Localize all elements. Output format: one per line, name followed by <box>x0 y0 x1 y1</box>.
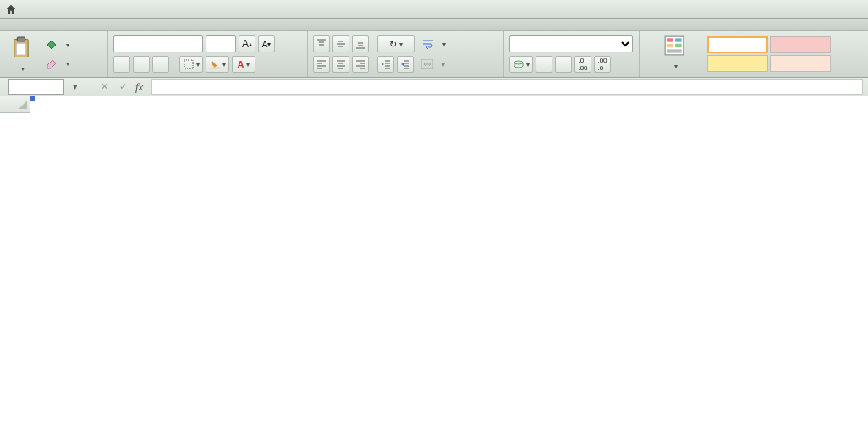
style-calculation[interactable] <box>770 55 831 72</box>
font-name-select[interactable] <box>113 36 203 52</box>
group-label-font <box>108 19 308 30</box>
svg-rect-39 <box>667 44 673 47</box>
align-right-button[interactable] <box>352 56 369 73</box>
style-normal[interactable] <box>707 36 768 53</box>
decrease-decimal-button[interactable]: .00.0 <box>594 56 611 73</box>
svg-rect-37 <box>667 38 673 41</box>
svg-point-35 <box>514 61 523 64</box>
clipboard-icon <box>9 36 33 60</box>
ribbon-group-alignment: ↻ <box>308 31 504 77</box>
group-label-alignment <box>308 19 504 30</box>
fill-button[interactable] <box>41 36 74 53</box>
svg-rect-1 <box>17 37 25 41</box>
align-bottom-button[interactable] <box>352 36 369 52</box>
cell-styles-gallery <box>707 36 831 72</box>
ribbon-group-format <box>640 31 868 77</box>
eraser-icon <box>45 57 58 70</box>
font-size-select[interactable] <box>206 36 236 52</box>
border-button[interactable] <box>179 56 203 73</box>
merge-icon <box>420 57 434 71</box>
style-bad[interactable] <box>770 36 831 53</box>
wrap-icon <box>421 37 435 51</box>
formula-bar: ▾ ✕ ✓ fx <box>0 78 868 96</box>
fx-icon[interactable]: fx <box>134 80 145 94</box>
decrease-font-button[interactable]: A▾ <box>258 36 275 52</box>
svg-rect-2 <box>16 43 26 55</box>
increase-indent-button[interactable] <box>397 56 414 73</box>
name-box[interactable] <box>8 79 64 95</box>
select-all-corner[interactable] <box>0 96 30 113</box>
svg-rect-38 <box>675 38 682 41</box>
fill-icon <box>45 38 58 52</box>
ribbon-tabs <box>0 0 868 19</box>
comma-button[interactable] <box>555 56 572 73</box>
ribbon-group-font: A▴ A▾ A <box>108 31 308 77</box>
increase-decimal-button[interactable]: .0.00 <box>574 56 591 73</box>
align-left-button[interactable] <box>313 56 330 73</box>
orientation-button[interactable]: ↻ <box>377 36 415 52</box>
style-neutral[interactable] <box>707 55 768 72</box>
group-label-format <box>640 19 868 30</box>
underline-button[interactable] <box>152 56 169 73</box>
ribbon-group-number: .0.00 .00.0 <box>504 31 640 77</box>
enter-formula-button[interactable]: ✓ <box>115 79 130 95</box>
ribbon: A▴ A▾ A <box>0 31 868 78</box>
currency-button[interactable] <box>509 56 533 73</box>
align-middle-button[interactable] <box>332 36 349 52</box>
decrease-indent-button[interactable] <box>377 56 394 73</box>
percent-button[interactable] <box>536 56 552 73</box>
paste-button[interactable] <box>5 34 37 74</box>
group-label-number <box>504 19 640 30</box>
conditional-formatting-icon <box>663 35 685 57</box>
svg-rect-4 <box>210 68 219 69</box>
home-icon <box>5 3 17 15</box>
fill-color-button[interactable] <box>206 56 229 73</box>
svg-rect-40 <box>675 44 682 47</box>
number-format-select[interactable] <box>509 36 633 52</box>
name-box-dropdown[interactable]: ▾ <box>68 79 83 95</box>
clear-button[interactable] <box>41 55 74 72</box>
ribbon-group-edit <box>0 31 108 77</box>
formula-input[interactable] <box>151 79 863 95</box>
increase-font-button[interactable]: A▴ <box>239 36 255 52</box>
ribbon-group-labels <box>0 19 868 31</box>
wrap-text-button[interactable] <box>417 36 450 52</box>
merge-button[interactable] <box>416 56 449 73</box>
group-label-edit <box>0 19 108 30</box>
conditional-formatting-button[interactable] <box>645 34 704 74</box>
spreadsheet <box>0 96 868 426</box>
cancel-formula-button[interactable]: ✕ <box>96 79 112 95</box>
align-top-button[interactable] <box>313 36 330 52</box>
align-center-button[interactable] <box>332 56 349 73</box>
italic-button[interactable] <box>133 56 150 73</box>
bold-button[interactable] <box>113 56 130 73</box>
svg-rect-3 <box>184 60 193 68</box>
svg-rect-41 <box>667 49 681 52</box>
font-color-button[interactable]: A <box>232 56 255 73</box>
